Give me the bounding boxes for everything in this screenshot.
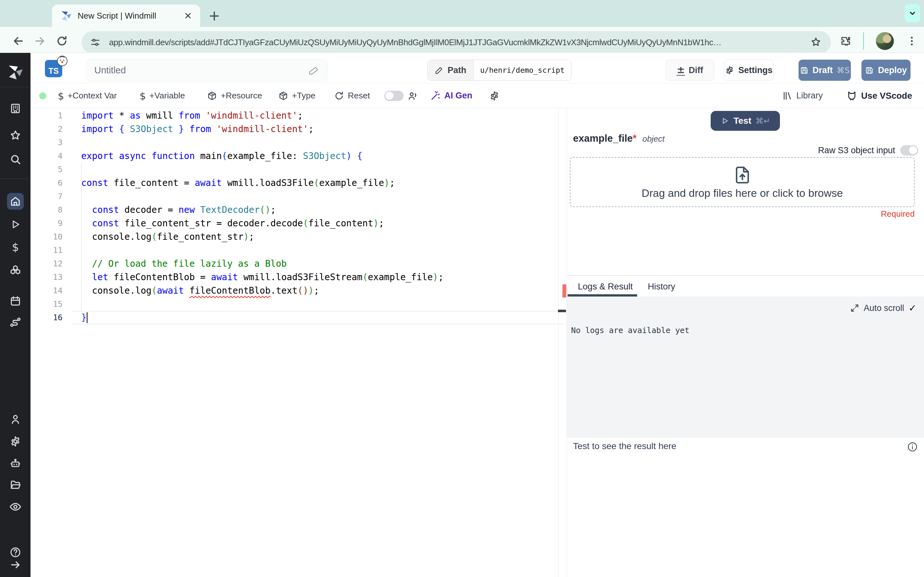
new-tab-icon[interactable] bbox=[208, 10, 221, 23]
test-shortcut: ⌘↵ bbox=[756, 116, 771, 126]
settings-gear-icon-header bbox=[725, 65, 734, 75]
draft-shortcut: ⌘S bbox=[837, 66, 850, 75]
code-line-5 bbox=[81, 163, 444, 176]
code-line-1: import * as wmill from 'windmill-client'… bbox=[81, 109, 444, 122]
code-line-3 bbox=[81, 136, 444, 149]
draft-label: Draft bbox=[813, 65, 833, 75]
variables-icon[interactable]: $ bbox=[12, 241, 19, 253]
info-icon[interactable] bbox=[907, 441, 918, 453]
raw-s3-row: Raw S3 object input bbox=[567, 145, 918, 155]
browser-menu-icon[interactable] bbox=[906, 35, 918, 47]
test-button[interactable]: Test ⌘↵ bbox=[711, 111, 780, 131]
tab-close-icon[interactable] bbox=[184, 11, 192, 20]
tab-logs-result[interactable]: Logs & Result bbox=[578, 282, 633, 292]
folders-icon[interactable] bbox=[9, 479, 21, 491]
add-context-var-button[interactable]: $ +Context Var bbox=[58, 83, 117, 108]
runs-icon[interactable] bbox=[10, 219, 21, 230]
schedules-icon[interactable] bbox=[9, 295, 21, 307]
code-line-10: console.log(file_content_str); bbox=[81, 230, 444, 243]
multiplayer-user-icon bbox=[407, 90, 418, 101]
toggle-off[interactable] bbox=[384, 91, 404, 101]
add-type-button[interactable]: +Type bbox=[278, 83, 315, 108]
diff-icon: ± bbox=[677, 65, 685, 76]
workers-robot-icon[interactable] bbox=[9, 458, 21, 470]
ai-gen-button[interactable]: AI Gen bbox=[430, 83, 472, 108]
flows-icon[interactable] bbox=[9, 316, 22, 329]
draft-button[interactable]: Draft ⌘S bbox=[798, 60, 851, 81]
diff-button[interactable]: ± Diff bbox=[666, 60, 714, 81]
logs-box bbox=[567, 297, 924, 438]
context-var-label: +Context Var bbox=[68, 91, 117, 101]
overview-error-marker bbox=[562, 284, 566, 298]
library-label: Library bbox=[796, 91, 823, 101]
resources-icon[interactable] bbox=[9, 264, 22, 277]
ai-gen-label: AI Gen bbox=[444, 91, 472, 101]
path-value: u/henri/demo_script bbox=[474, 60, 571, 81]
extensions-icon[interactable] bbox=[840, 35, 851, 47]
windmill-logo-icon[interactable] bbox=[7, 64, 24, 81]
overview-cursor-marker bbox=[558, 309, 566, 312]
workspace-icon[interactable] bbox=[9, 102, 21, 114]
settings-button[interactable]: Settings bbox=[724, 60, 774, 81]
autoscroll-control[interactable]: Auto scroll ✓ bbox=[850, 303, 916, 314]
user-icon[interactable] bbox=[9, 413, 21, 425]
required-label: Required bbox=[802, 209, 915, 219]
line-number-10: 10 bbox=[31, 230, 63, 243]
bookmark-star-icon[interactable] bbox=[810, 36, 822, 48]
tab-history[interactable]: History bbox=[648, 282, 675, 292]
diff-label: Diff bbox=[689, 65, 703, 75]
help-icon[interactable] bbox=[9, 546, 21, 558]
browser-tabstrip: New Script | Windmill bbox=[0, 0, 924, 27]
address-bar[interactable]: app.windmill.dev/scripts/add#JTdCJTIyaGF… bbox=[81, 31, 831, 53]
save-draft-icon bbox=[800, 66, 809, 75]
use-vscode-button[interactable]: Use VScode bbox=[846, 83, 912, 108]
script-title: Untitled bbox=[94, 65, 309, 76]
settings-label: Settings bbox=[738, 65, 772, 75]
deploy-button[interactable]: Deploy bbox=[861, 60, 911, 81]
editor-code[interactable]: import * as wmill from 'windmill-client'… bbox=[81, 109, 444, 324]
toolbar-separator bbox=[863, 32, 864, 50]
reload-icon[interactable] bbox=[56, 35, 68, 47]
code-editor[interactable]: 12345678910111213141516 import * as wmil… bbox=[31, 108, 567, 577]
add-variable-button[interactable]: $ +Variable bbox=[140, 83, 185, 108]
raw-s3-label: Raw S3 object input bbox=[818, 145, 895, 155]
expand-icon[interactable] bbox=[850, 303, 859, 313]
line-number-14: 14 bbox=[31, 284, 63, 298]
raw-s3-toggle[interactable] bbox=[900, 145, 918, 155]
code-line-16: } bbox=[81, 311, 444, 324]
windmill-favicon-icon bbox=[60, 10, 72, 21]
browser-tab[interactable]: New Script | Windmill bbox=[52, 5, 200, 27]
forward-icon[interactable] bbox=[34, 35, 46, 47]
reset-button[interactable]: Reset bbox=[334, 83, 370, 108]
editor-cursor bbox=[87, 312, 87, 323]
url-text[interactable]: app.windmill.dev/scripts/add#JTdCJTIyaGF… bbox=[109, 37, 810, 47]
file-dropzone[interactable]: Drag and drop files here or click to bro… bbox=[570, 157, 915, 207]
vscode-label: Use VScode bbox=[861, 91, 912, 101]
library-button[interactable]: Library bbox=[782, 83, 823, 108]
deploy-label: Deploy bbox=[878, 65, 907, 75]
logs-divider bbox=[567, 275, 924, 276]
profile-avatar[interactable] bbox=[876, 32, 894, 50]
script-title-field[interactable]: Untitled bbox=[86, 59, 328, 82]
resource-label: +Resource bbox=[221, 91, 262, 101]
autoscroll-check-icon: ✓ bbox=[909, 303, 916, 314]
add-resource-button[interactable]: +Resource bbox=[207, 83, 262, 108]
audit-eye-icon[interactable] bbox=[9, 500, 22, 513]
back-icon[interactable] bbox=[12, 35, 24, 47]
expand-sidebar-icon[interactable] bbox=[10, 559, 21, 571]
edit-pencil-icon[interactable] bbox=[309, 65, 320, 76]
multiplayer-toggle[interactable] bbox=[384, 83, 418, 108]
sidebar-divider2 bbox=[0, 179, 31, 179]
variable-label: +Variable bbox=[150, 91, 185, 101]
search-icon[interactable] bbox=[9, 153, 21, 165]
browser-profile-pill[interactable] bbox=[905, 4, 920, 23]
path-button[interactable]: Path u/henri/demo_script bbox=[427, 60, 572, 81]
site-settings-icon[interactable] bbox=[90, 37, 101, 48]
line-number-2: 2 bbox=[31, 122, 63, 136]
favorites-star-icon[interactable] bbox=[9, 129, 22, 142]
settings-gear-icon[interactable] bbox=[9, 435, 21, 448]
code-line-11 bbox=[81, 243, 444, 257]
file-upload-icon bbox=[732, 165, 753, 185]
editor-settings-gear-icon[interactable] bbox=[489, 90, 500, 101]
autoscroll-label: Auto scroll bbox=[864, 303, 904, 313]
